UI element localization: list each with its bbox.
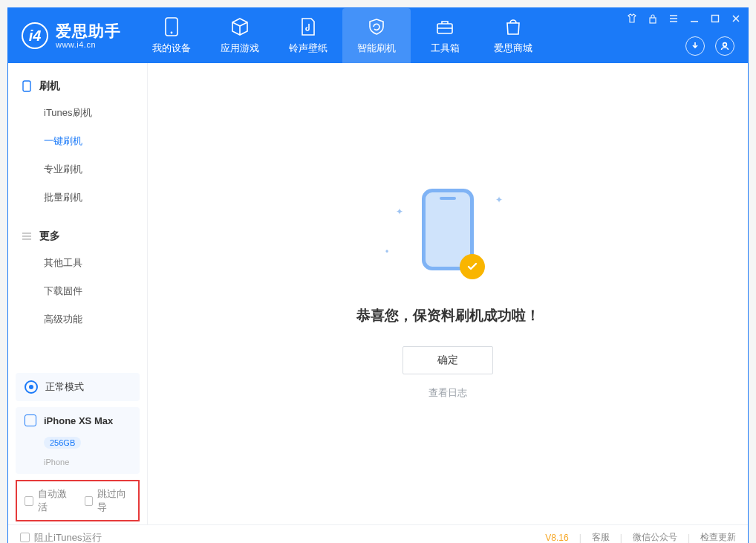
checkbox-icon xyxy=(85,496,94,506)
svg-point-5 xyxy=(723,43,727,47)
svg-rect-4 xyxy=(712,16,719,22)
app-window: i4 爱思助手 www.i4.cn 我的设备 应用游戏 铃声壁纸 智能刷机 xyxy=(7,7,749,543)
sparkle-icon: ✦ xyxy=(396,207,403,217)
header: i4 爱思助手 www.i4.cn 我的设备 应用游戏 铃声壁纸 智能刷机 xyxy=(8,8,748,63)
checkbox-icon xyxy=(25,496,33,506)
checkbox-label: 阻止iTunes运行 xyxy=(34,531,102,544)
version-label: V8.16 xyxy=(545,533,568,543)
mode-label: 正常模式 xyxy=(45,380,84,394)
menu-icon[interactable] xyxy=(668,13,680,25)
nav-apps-games[interactable]: 应用游戏 xyxy=(206,8,274,63)
user-icon[interactable] xyxy=(715,36,734,56)
shirt-icon[interactable] xyxy=(626,13,638,25)
logo-icon: i4 xyxy=(22,22,48,49)
close-button[interactable] xyxy=(730,13,742,25)
mode-card[interactable]: 正常模式 xyxy=(16,373,140,401)
svg-rect-3 xyxy=(650,18,656,23)
footer-link-update[interactable]: 检查更新 xyxy=(700,531,736,543)
logo-text: 爱思助手 www.i4.cn xyxy=(56,22,121,48)
header-actions xyxy=(685,36,734,56)
checkbox-auto-activate[interactable]: 自动激活 xyxy=(25,487,71,514)
checkbox-label: 跳过向导 xyxy=(97,487,131,514)
sidebar-item-download-firmware[interactable]: 下载固件 xyxy=(8,277,147,305)
highlighted-checkbox-row: 自动激活 跳过向导 xyxy=(16,480,140,521)
svg-rect-6 xyxy=(23,81,30,91)
nav-label: 爱思商城 xyxy=(494,42,532,55)
nav-smart-flash[interactable]: 智能刷机 xyxy=(342,8,411,63)
footer-link-support[interactable]: 客服 xyxy=(592,531,610,543)
group-title: 更多 xyxy=(39,230,60,243)
checkmark-badge-icon xyxy=(460,254,485,279)
device-name: iPhone XS Max xyxy=(44,415,113,426)
device-icon xyxy=(25,414,36,426)
sidebar-item-pro-flash[interactable]: 专业刷机 xyxy=(8,155,147,183)
nav-label: 铃声壁纸 xyxy=(289,42,328,55)
phone-icon xyxy=(161,16,182,37)
sidebar-item-oneclick-flash[interactable]: 一键刷机 xyxy=(8,127,147,155)
sparkle-icon: • xyxy=(385,247,388,257)
success-message: 恭喜您，保资料刷机成功啦！ xyxy=(356,306,540,325)
app-url: www.i4.cn xyxy=(56,40,121,49)
logo: i4 爱思助手 www.i4.cn xyxy=(8,8,137,63)
cube-icon xyxy=(229,16,250,37)
lock-icon[interactable] xyxy=(647,13,659,25)
sidebar-item-advanced[interactable]: 高级功能 xyxy=(8,305,147,334)
device-card[interactable]: iPhone XS Max 256GB iPhone xyxy=(16,407,140,474)
nav-label: 我的设备 xyxy=(152,42,191,55)
top-nav: 我的设备 应用游戏 铃声壁纸 智能刷机 工具箱 爱思商城 xyxy=(137,8,547,63)
nav-ringtone-wallpaper[interactable]: 铃声壁纸 xyxy=(274,8,342,63)
app-name: 爱思助手 xyxy=(56,22,121,39)
nav-label: 应用游戏 xyxy=(221,42,259,55)
nav-store[interactable]: 爱思商城 xyxy=(479,8,547,63)
view-log-link[interactable]: 查看日志 xyxy=(428,386,467,400)
sidebar: 刷机 iTunes刷机 一键刷机 专业刷机 批量刷机 更多 其他工具 下载固件 … xyxy=(8,63,148,524)
sidebar-scroll: 刷机 iTunes刷机 一键刷机 专业刷机 批量刷机 更多 其他工具 下载固件 … xyxy=(8,63,147,367)
window-controls xyxy=(626,13,742,25)
nav-label: 智能刷机 xyxy=(357,42,396,55)
footer-link-wechat[interactable]: 微信公众号 xyxy=(633,531,677,543)
music-file-icon xyxy=(298,16,319,37)
nav-my-device[interactable]: 我的设备 xyxy=(137,8,206,63)
svg-point-1 xyxy=(171,32,173,34)
maximize-button[interactable] xyxy=(709,13,721,25)
list-icon xyxy=(22,231,32,241)
checkbox-label: 自动激活 xyxy=(38,487,71,514)
sparkle-icon: ✦ xyxy=(495,195,503,205)
minimize-button[interactable] xyxy=(688,13,700,25)
sidebar-group-flash: 刷机 xyxy=(8,74,147,99)
refresh-shield-icon xyxy=(366,16,387,37)
phone-small-icon xyxy=(22,81,32,91)
checkbox-icon xyxy=(20,533,30,542)
sidebar-item-batch-flash[interactable]: 批量刷机 xyxy=(8,183,147,212)
main-panel: ✦ ✦ • 恭喜您，保资料刷机成功啦！ 确定 查看日志 xyxy=(148,63,748,524)
checkbox-skip-guide[interactable]: 跳过向导 xyxy=(85,487,131,514)
success-illustration: ✦ ✦ • xyxy=(388,189,507,285)
toolbox-icon xyxy=(434,16,455,37)
download-icon[interactable] xyxy=(685,36,705,56)
sidebar-item-other-tools[interactable]: 其他工具 xyxy=(8,249,147,277)
sidebar-bottom: 正常模式 iPhone XS Max 256GB iPhone 自动激活 xyxy=(8,367,147,524)
footer: 阻止iTunes运行 V8.16 | 客服 | 微信公众号 | 检查更新 xyxy=(8,524,748,543)
mode-icon xyxy=(25,380,38,394)
sidebar-group-more: 更多 xyxy=(8,224,147,249)
bag-icon xyxy=(503,16,524,37)
sidebar-item-itunes-flash[interactable]: iTunes刷机 xyxy=(8,99,147,127)
device-type: iPhone xyxy=(44,458,69,466)
nav-label: 工具箱 xyxy=(431,42,460,55)
device-capacity: 256GB xyxy=(44,437,81,449)
checkbox-block-itunes[interactable]: 阻止iTunes运行 xyxy=(20,531,102,544)
footer-right: V8.16 | 客服 | 微信公众号 | 检查更新 xyxy=(545,531,736,543)
body: 刷机 iTunes刷机 一键刷机 专业刷机 批量刷机 更多 其他工具 下载固件 … xyxy=(8,63,748,524)
nav-toolbox[interactable]: 工具箱 xyxy=(411,8,479,63)
group-title: 刷机 xyxy=(39,79,60,93)
ok-button[interactable]: 确定 xyxy=(403,346,493,374)
